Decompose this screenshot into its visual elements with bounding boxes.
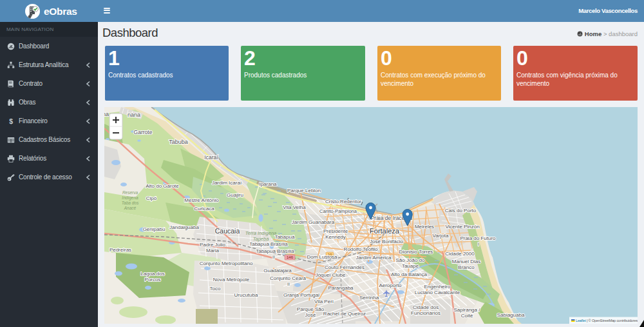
svg-text:Dionisio Torres: Dionisio Torres (399, 249, 433, 255)
svg-text:II: II (272, 255, 275, 259)
svg-text:Tabuba: Tabuba (169, 139, 188, 145)
svg-text:Curicaca: Curicaca (194, 206, 214, 212)
svg-text:Aeroporto: Aeroporto (379, 282, 402, 288)
svg-text:Leaflet | © OpenStreetMap cont: Leaflet | © OpenStreetMap contribuidores (576, 319, 638, 322)
svg-text:Taba dos: Taba dos (122, 201, 139, 205)
svg-text:Kennedy: Kennedy (325, 234, 346, 240)
svg-text:Parque São: Parque São (297, 306, 325, 312)
svg-text:Manuel Dias: Manuel Dias (452, 259, 480, 264)
svg-text:Jardim Guanabara: Jardim Guanabara (292, 219, 335, 225)
svg-text:Vila Velha: Vila Velha (283, 204, 306, 210)
svg-text:Anacé: Anacé (124, 206, 137, 210)
svg-text:Carlito-Pamplona: Carlito-Pamplona (319, 208, 357, 214)
svg-text:Dom Lustosa: Dom Lustosa (307, 254, 337, 260)
svg-text:Rodolfo Teófilo: Rodolfo Teófilo (344, 246, 378, 252)
svg-text:Mestre Antônio: Mestre Antônio (184, 197, 219, 203)
svg-text:Padre Júlio: Padre Júlio (200, 242, 226, 248)
svg-text:Conjunto Ceará: Conjunto Ceará (270, 275, 307, 281)
svg-text:Fortaleza: Fortaleza (370, 227, 400, 235)
svg-text:Engenheiro: Engenheiro (424, 284, 451, 290)
svg-text:Alto do Garote: Alto do Garote (146, 183, 179, 189)
svg-text:Tabapuá Brasília: Tabapuá Brasília (249, 241, 288, 247)
svg-text:Tauape: Tauape (402, 263, 419, 269)
svg-text:Icaraí: Icaraí (204, 154, 218, 161)
svg-text:José Bonifácio: José Bonifácio (370, 239, 404, 244)
svg-text:Jardim América: Jardim América (355, 255, 392, 261)
svg-text:Cais do Porto: Cais do Porto (445, 208, 477, 213)
svg-text:Conjunto Metropolitano: Conjunto Metropolitano (200, 261, 253, 266)
svg-text:Granja Portugal: Granja Portugal (283, 292, 319, 298)
svg-text:Branco: Branco (458, 264, 475, 270)
svg-text:São João do: São João do (396, 257, 425, 263)
svg-text:Luciano Cavalcante: Luciano Cavalcante (415, 290, 460, 295)
svg-text:Parque Leblon: Parque Leblon (287, 188, 321, 193)
svg-text:Cristo Redentor: Cristo Redentor (325, 199, 361, 204)
svg-text:Tabapuá: Tabapuá (275, 234, 295, 240)
svg-text:Nova Metrópole: Nova Metrópole (213, 277, 250, 282)
svg-text:Toco: Toco (210, 286, 221, 292)
svg-text:Serrinha: Serrinha (359, 295, 379, 301)
svg-text:Cipó: Cipó (146, 195, 157, 201)
svg-text:Vila Perí: Vila Perí (314, 299, 334, 304)
svg-text:Sapiranga /: Sapiranga / (454, 307, 481, 313)
svg-text:Jardim Icaraí: Jardim Icaraí (212, 180, 242, 186)
svg-text:Presidente: Presidente (323, 228, 348, 234)
svg-text:Guajiru: Guajiru (227, 192, 243, 198)
svg-text:Guadalajara: Guadalajara (263, 268, 292, 273)
svg-text:José: José (305, 312, 316, 318)
svg-text:Alto da Balança: Alto da Balança (391, 272, 428, 277)
svg-text:Rachel de Queiroz: Rachel de Queiroz (323, 311, 366, 317)
svg-text:146: 146 (287, 255, 294, 259)
svg-text:II: II (287, 282, 290, 286)
svg-text:Porcos: Porcos (145, 277, 161, 282)
svg-text:Garrote: Garrote (134, 129, 153, 135)
svg-text:Pedreiras: Pedreiras (109, 247, 131, 253)
svg-text:Jandaiguaba: Jandaiguaba (169, 224, 199, 230)
svg-text:Jóquei Clube: Jóquei Clube (316, 272, 346, 278)
svg-text:Coité: Coité (461, 313, 473, 319)
svg-text:Tapebá: Tapebá (253, 236, 269, 242)
svg-text:Sabiaguaba: Sabiaguaba (497, 312, 525, 318)
svg-text:Maria: Maria (206, 248, 220, 253)
svg-text:Cidade 2000: Cidade 2000 (445, 251, 475, 257)
svg-text:Couto Fernandes: Couto Fernandes (325, 264, 365, 270)
svg-text:Meireles: Meireles (415, 224, 434, 230)
svg-text:Praia do Futuro: Praia do Futuro (460, 235, 496, 241)
svg-text:nana: nana (128, 112, 140, 118)
svg-text:I: I (478, 242, 479, 246)
svg-text:Urucutuba: Urucutuba (234, 292, 258, 298)
svg-text:Reserva: Reserva (122, 190, 138, 195)
svg-text:Iparana: Iparana (259, 181, 277, 187)
svg-text:Varjota: Varjota (433, 233, 449, 239)
svg-text:Genipabú: Genipabú (143, 226, 166, 232)
svg-text:Vicente Pinzón: Vicente Pinzón (445, 224, 479, 230)
svg-text:na: na (104, 111, 109, 117)
svg-text:Lagoa dos: Lagoa dos (140, 271, 164, 277)
svg-text:Terra Indígena: Terra Indígena (245, 230, 277, 236)
svg-text:Indígena: Indígena (122, 195, 138, 201)
svg-text:Funcionários: Funcionários (411, 310, 440, 316)
svg-text:Tabapuá Brasília: Tabapuá Brasília (256, 248, 294, 254)
svg-text:Parangaba: Parangaba (328, 285, 354, 291)
svg-text:Caucaia: Caucaia (215, 227, 240, 235)
svg-text:$: $ (9, 117, 13, 125)
svg-text:Cidade dos: Cidade dos (413, 304, 439, 310)
